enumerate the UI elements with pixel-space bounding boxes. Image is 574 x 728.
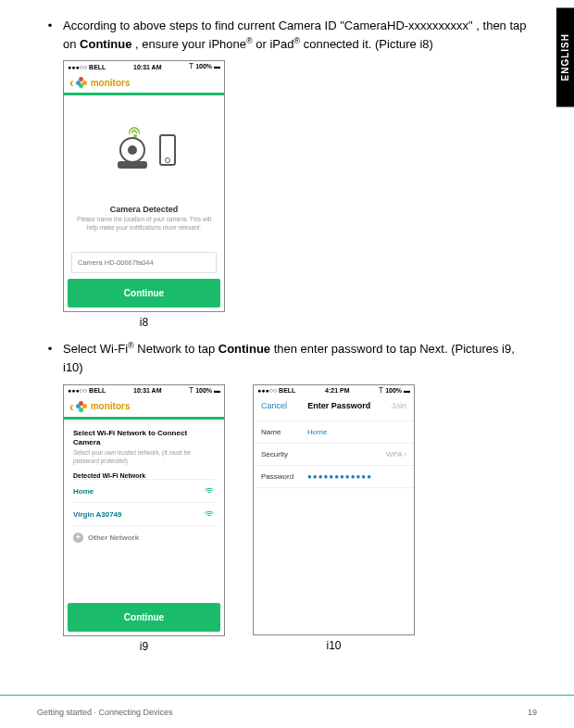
row-security[interactable]: SecurityWPA › [254, 443, 414, 465]
caption-i10: i10 [253, 639, 415, 652]
nav-bar: ‹ monitors [64, 72, 224, 93]
bullet-dot: • [37, 17, 63, 53]
caption-i9: i9 [63, 640, 225, 653]
wifi-item-other[interactable]: +Other Network [73, 525, 215, 549]
camera-scene [64, 95, 224, 205]
nav-title: monitors [91, 401, 131, 411]
status-bar: ●●●○○ BELL10:31 AM⟙ 100% ▬ [64, 385, 224, 396]
page-number: 19 [528, 708, 537, 717]
back-icon[interactable]: ‹ [69, 399, 74, 414]
wifi-signal-icon [204, 486, 215, 496]
phone-icon [159, 134, 176, 166]
password-title: Enter Password [307, 401, 370, 410]
cancel-button[interactable]: Cancel [261, 401, 287, 410]
bullet-dot: • [37, 340, 63, 376]
status-bar: ●●●○○ BELL10:31 AM⟙ 100% ▬ [64, 61, 224, 72]
footer-breadcrumb: Getting started · Connecting Devices [37, 708, 173, 717]
continue-button[interactable]: Continue [68, 603, 220, 632]
wifi-heading: Select Wi-Fi Network to Connect Camera [73, 429, 215, 448]
back-icon[interactable]: ‹ [69, 75, 74, 90]
camera-icon [113, 132, 152, 169]
wifi-item-virgin[interactable]: Virgin A30749 [73, 502, 215, 525]
screenshot-i9-wrap: ●●●○○ BELL10:31 AM⟙ 100% ▬ ‹ monitors Se… [63, 384, 225, 654]
detected-block: Camera Detected Please name the location… [64, 205, 224, 239]
row-password[interactable]: Password●●●●●●●●●●●● [254, 465, 414, 488]
camera-id-field[interactable]: Camera HD-00667fa044 [71, 252, 217, 273]
wifi-signal-icon [204, 509, 215, 519]
empty-area [254, 488, 414, 634]
page-footer: Getting started · Connecting Devices 19 [0, 695, 574, 728]
bullet-text: According to above steps to find current… [63, 17, 537, 53]
language-tab: ENGLISH [556, 7, 574, 107]
wifi-select-area: Select Wi-Fi Network to Connect Camera S… [64, 420, 224, 554]
status-bar: ●●●○○ BELL4:21 PM⟙ 100% ▬ [254, 385, 414, 396]
screenshots-row: ●●●○○ BELL10:31 AM⟙ 100% ▬ ‹ monitors Se… [63, 384, 537, 654]
wifi-subtext: Select your own trusted network. (It mus… [73, 449, 215, 465]
plus-icon: + [73, 533, 83, 543]
screenshot-i8: ●●●○○ BELL10:31 AM⟙ 100% ▬ ‹ monitors Ca… [63, 60, 225, 312]
app-logo-icon [76, 401, 87, 412]
password-navbar: Cancel Enter Password Join [254, 396, 414, 415]
row-name: NameHome [254, 420, 414, 443]
caption-i8: i8 [63, 316, 225, 329]
instruction-bullet-2: • Select Wi-Fi® Network to tap Continue … [37, 340, 537, 376]
wifi-item-home[interactable]: Home [73, 479, 215, 502]
join-button[interactable]: Join [391, 401, 406, 410]
nav-bar: ‹ monitors [64, 396, 224, 417]
detected-label: Detected Wi-Fi Network [73, 472, 215, 479]
screenshot-i10-wrap: ●●●○○ BELL4:21 PM⟙ 100% ▬ Cancel Enter P… [253, 384, 415, 654]
nav-title: monitors [91, 78, 131, 88]
screenshot-i9: ●●●○○ BELL10:31 AM⟙ 100% ▬ ‹ monitors Se… [63, 384, 225, 637]
page-content: • According to above steps to find curre… [0, 0, 574, 653]
screenshot-i10: ●●●○○ BELL4:21 PM⟙ 100% ▬ Cancel Enter P… [253, 384, 415, 635]
instruction-bullet-1: • According to above steps to find curre… [37, 17, 537, 53]
bullet-text: Select Wi-Fi® Network to tap Continue th… [63, 340, 537, 376]
detected-heading: Camera Detected [73, 205, 215, 214]
app-logo-icon [76, 77, 87, 88]
detected-subtext: Please name the location of your camera.… [73, 216, 215, 232]
continue-button[interactable]: Continue [68, 279, 220, 308]
